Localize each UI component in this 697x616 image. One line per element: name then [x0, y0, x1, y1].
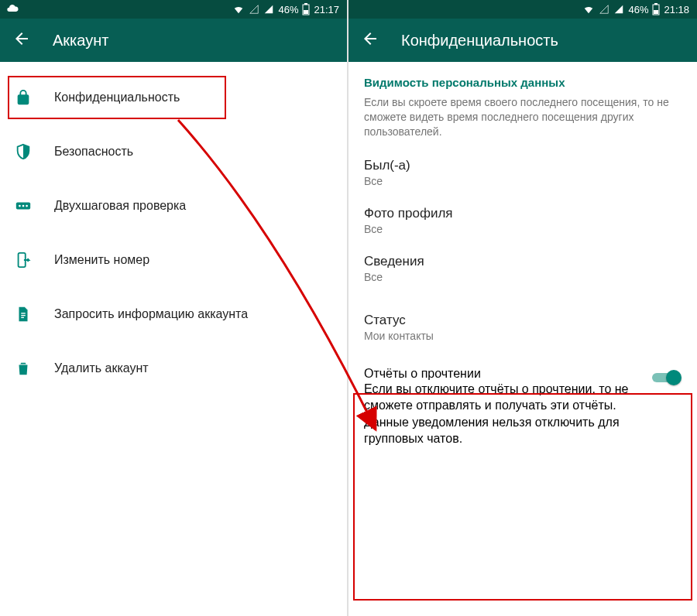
setting-title: Был(-а)	[364, 158, 682, 173]
item-label: Удалить аккаунт	[54, 361, 149, 375]
setting-sub: Все	[364, 271, 682, 283]
battery-icon	[302, 3, 310, 15]
item-security[interactable]: Безопасность	[0, 130, 347, 173]
item-delete-account[interactable]: Удалить аккаунт	[0, 347, 347, 390]
setting-read-receipts[interactable]: Отчёты о прочтении Если вы отключите отч…	[348, 351, 697, 457]
svg-point-4	[19, 205, 21, 207]
dots-box-icon	[14, 197, 33, 215]
setting-sub: Мои контакты	[364, 330, 682, 342]
back-button[interactable]	[12, 29, 31, 51]
left-phone-screen: 46% 21:17 Аккаунт Конфиденциальность Без…	[0, 0, 348, 616]
setting-last-seen[interactable]: Был(-а) Все	[348, 149, 697, 197]
wifi-icon	[582, 4, 595, 15]
setting-title: Отчёты о прочтении	[364, 367, 643, 381]
lock-icon	[14, 88, 33, 107]
svg-rect-9	[21, 315, 26, 316]
item-label: Запросить информацию аккаунта	[54, 307, 248, 321]
signal-empty-icon	[249, 4, 259, 15]
item-change-number[interactable]: Изменить номер	[0, 238, 347, 282]
item-label: Конфиденциальность	[54, 91, 180, 104]
item-label: Двухшаговая проверка	[54, 199, 186, 213]
item-label: Безопасность	[54, 145, 133, 159]
item-two-step[interactable]: Двухшаговая проверка	[0, 184, 347, 228]
svg-point-5	[22, 205, 25, 207]
document-icon	[14, 305, 33, 323]
setting-status[interactable]: Статус Мои контакты	[348, 293, 697, 351]
setting-sub: Все	[364, 175, 682, 187]
svg-rect-10	[21, 317, 24, 318]
battery-label: 46%	[278, 4, 298, 15]
account-menu: Конфиденциальность Безопасность Двухшаго…	[0, 62, 347, 616]
setting-profile-photo[interactable]: Фото профиля Все	[348, 197, 697, 245]
right-phone-screen: 46% 21:18 Конфиденциальность Видимость п…	[348, 0, 697, 616]
clock-label: 21:17	[314, 4, 339, 15]
svg-point-6	[26, 205, 28, 207]
privacy-settings: Видимость персональных данных Если вы ск…	[348, 62, 697, 616]
setting-title: Сведения	[364, 254, 682, 269]
section-desc: Если вы скроете время своего последнего …	[348, 92, 697, 149]
setting-desc: Если вы отключите отчёты о прочтении, то…	[364, 381, 643, 447]
back-button[interactable]	[361, 29, 379, 51]
item-privacy[interactable]: Конфиденциальность	[0, 76, 347, 119]
trash-icon	[14, 359, 33, 378]
app-bar: Аккаунт	[0, 19, 347, 62]
setting-about[interactable]: Сведения Все	[348, 245, 697, 293]
svg-rect-13	[654, 10, 658, 14]
clock-label: 21:18	[664, 4, 689, 15]
shield-icon	[14, 142, 33, 161]
setting-title: Фото профиля	[364, 206, 682, 221]
signal-icon	[263, 4, 274, 15]
phone-arrow-icon	[14, 251, 33, 269]
item-request-info[interactable]: Запросить информацию аккаунта	[0, 293, 347, 336]
svg-rect-8	[21, 313, 26, 313]
battery-icon	[652, 3, 660, 15]
battery-label: 46%	[628, 4, 648, 15]
cloud-icon	[6, 2, 19, 17]
status-bar: 46% 21:17	[0, 0, 347, 19]
svg-rect-2	[304, 10, 308, 14]
signal-icon	[613, 4, 624, 15]
setting-sub: Все	[364, 223, 682, 235]
item-label: Изменить номер	[54, 253, 149, 267]
toggle-switch[interactable]	[652, 370, 682, 385]
setting-title: Статус	[364, 313, 682, 328]
page-title: Конфиденциальность	[401, 32, 558, 50]
page-title: Аккаунт	[53, 32, 108, 50]
signal-empty-icon	[599, 4, 609, 15]
app-bar: Конфиденциальность	[348, 19, 697, 62]
section-header: Видимость персональных данных	[348, 62, 697, 92]
wifi-icon	[232, 4, 245, 15]
status-bar: 46% 21:18	[348, 0, 697, 19]
